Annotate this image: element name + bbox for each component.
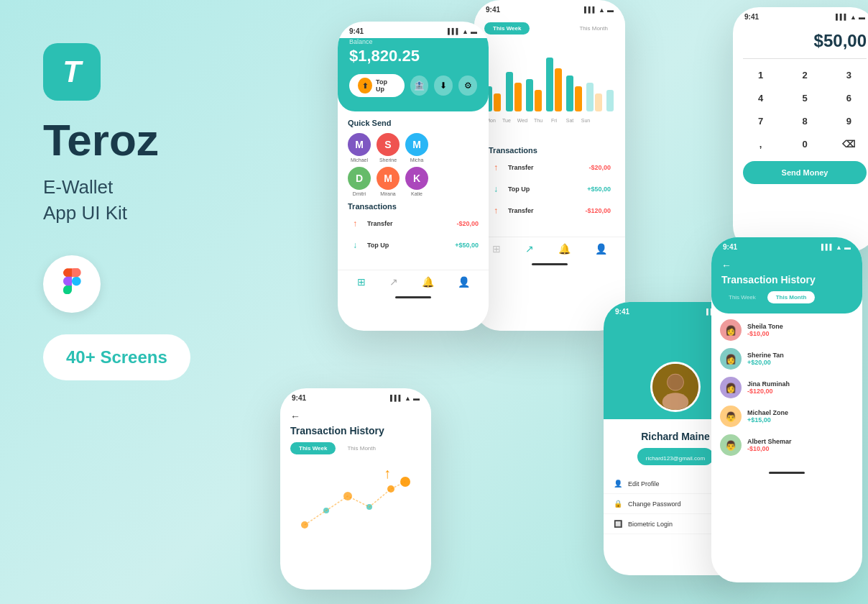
phone6-name-4: Michael Zone bbox=[747, 409, 788, 416]
svg-rect-17 bbox=[586, 83, 594, 111]
key-backspace[interactable]: ⌫ bbox=[828, 134, 868, 154]
key-1[interactable]: 1 bbox=[740, 65, 781, 85]
contact-dmitri[interactable]: D Dmitri bbox=[348, 167, 371, 196]
status-icons-1: ▌▌▌ ▲ ▬ bbox=[448, 28, 477, 35]
avatar-dmitri: D bbox=[348, 167, 371, 190]
left-section: T Teroz E-Wallet App UI Kit 40+ Screens bbox=[43, 43, 273, 380]
contact-name-sherine: Sherine bbox=[379, 157, 397, 163]
phone6-tab-week[interactable]: This Week bbox=[721, 291, 763, 303]
phone-tx-history-small: 9:41 ▌▌▌ ▲ ▬ ← Transaction History This … bbox=[280, 388, 431, 590]
tx-amount-2: +$50,00 bbox=[455, 242, 479, 249]
tab-this-month-3[interactable]: This Month bbox=[572, 22, 615, 35]
phone6-tx-sheila: 👩 Sheila Tone -$10,00 bbox=[720, 319, 854, 341]
tx-name-2: Top Up bbox=[367, 242, 389, 249]
key-comma[interactable]: , bbox=[740, 134, 781, 154]
nav3-home[interactable]: ⊞ bbox=[492, 243, 501, 255]
status-time-5: 9:41 bbox=[744, 13, 759, 21]
phone6-status-area: 9:41 ▌▌▌ ▲ ▬ bbox=[711, 237, 862, 254]
key-6[interactable]: 6 bbox=[828, 88, 868, 108]
top-up-button[interactable]: ⬆ Top Up bbox=[349, 74, 405, 97]
phone6-tab-month[interactable]: This Month bbox=[767, 291, 816, 303]
phone6-tx-left-2: 👩 Sherine Tan +$20,00 bbox=[720, 348, 784, 370]
contact-katie[interactable]: K Katie bbox=[405, 167, 428, 196]
nav-profile-icon[interactable]: 👤 bbox=[458, 276, 470, 288]
menu-bio-left: 🔲 Biometric Login bbox=[614, 520, 673, 528]
key-8[interactable]: 8 bbox=[784, 111, 825, 131]
chart-tabs: This Week This Month bbox=[474, 17, 625, 37]
menu-pwd-label: Change Password bbox=[628, 500, 681, 508]
tab-this-week-3[interactable]: This Week bbox=[484, 22, 530, 35]
back-arrow-2[interactable]: ← bbox=[290, 411, 421, 422]
action-btn-2[interactable]: 🏦 bbox=[410, 76, 429, 96]
action-btn-3[interactable]: ⬇ bbox=[434, 76, 453, 96]
profile-email: richard123@gmail.com bbox=[646, 455, 705, 462]
day-labels: Mon Tue Wed Thu Fri Sat Sun bbox=[481, 118, 618, 123]
phone3-tx-amount-3: -$120,00 bbox=[585, 207, 611, 214]
top-up-label: Top Up bbox=[376, 78, 396, 93]
profile-avatar bbox=[650, 362, 701, 412]
phone6-name-1: Sheila Tone bbox=[747, 323, 783, 330]
svg-rect-18 bbox=[595, 93, 602, 111]
key-2[interactable]: 2 bbox=[784, 65, 825, 85]
contact-sherine[interactable]: S Sherine bbox=[377, 133, 400, 163]
profile-email-badge: richard123@gmail.com bbox=[637, 448, 714, 465]
phone6-list: 👩 Sheila Tone -$10,00 👩 Sherine Tan +$20… bbox=[711, 314, 862, 469]
numpad: 1 2 3 4 5 6 7 8 9 , 0 ⌫ bbox=[733, 65, 868, 161]
nav3-bell[interactable]: 🔔 bbox=[558, 243, 571, 255]
wifi-icon-3: ▲ bbox=[599, 6, 605, 14]
home-indicator-6 bbox=[769, 472, 805, 474]
phone3-tx-name-3: Transfer bbox=[508, 207, 534, 214]
key-0[interactable]: 0 bbox=[784, 134, 825, 154]
signal-icon-5: ▌▌▌ bbox=[836, 14, 848, 20]
svg-text:↑: ↑ bbox=[384, 467, 391, 481]
tagline-line2: App UI Kit bbox=[43, 202, 127, 224]
phone6-tx-left-5: 👨 Albert Shemar -$10,00 bbox=[720, 434, 792, 456]
tx-amount-1: -$20,00 bbox=[456, 220, 479, 227]
menu-bio-label: Biometric Login bbox=[628, 521, 673, 528]
battery-icon-6: ▬ bbox=[844, 244, 851, 251]
phone6-name-3: Jina Ruminah bbox=[747, 380, 790, 388]
battery-icon-2: ▬ bbox=[413, 395, 420, 402]
phone1-header: Balance $1,820.25 ⬆ Top Up 🏦 ⬇ ⚙ bbox=[338, 38, 489, 111]
send-money-button[interactable]: Send Money bbox=[743, 161, 867, 184]
phone-tx-history-right: 9:41 ▌▌▌ ▲ ▬ ← Transaction History This … bbox=[711, 237, 862, 582]
arrow-down-1: ↓ bbox=[348, 238, 362, 252]
action-btn-4[interactable]: ⚙ bbox=[458, 76, 477, 96]
day-fri: Fri bbox=[548, 118, 560, 123]
svg-rect-11 bbox=[526, 79, 533, 111]
contact-michael[interactable]: M Michael bbox=[348, 133, 371, 163]
phone6-tx-info-4: Michael Zone +$15,00 bbox=[747, 409, 788, 424]
battery-icon-3: ▬ bbox=[607, 6, 614, 14]
contact-name-katie: Katie bbox=[411, 191, 423, 196]
contact-name-mirana: Mirana bbox=[380, 191, 395, 196]
key-4[interactable]: 4 bbox=[740, 88, 781, 108]
avatar-micha: M bbox=[405, 133, 428, 156]
avatar-jina: 👩 bbox=[720, 377, 742, 398]
contact-mirana[interactable]: M Mirana bbox=[377, 167, 400, 196]
phone6-tabs: This Week This Month bbox=[721, 291, 852, 303]
figma-badge bbox=[43, 255, 101, 313]
nav3-profile[interactable]: 👤 bbox=[595, 243, 607, 255]
phone6-amount-4: +$15,00 bbox=[747, 416, 788, 424]
nav-home-icon[interactable]: ⊞ bbox=[357, 276, 366, 288]
day-tue: Tue bbox=[500, 118, 513, 123]
phone-charts: 9:41 ▌▌▌ ▲ ▬ This Week This Month bbox=[474, 0, 625, 331]
key-7[interactable]: 7 bbox=[740, 111, 781, 131]
tab-this-week-2[interactable]: This Week bbox=[290, 442, 336, 454]
bottom-nav-1: ⊞ ↗ 🔔 👤 bbox=[338, 270, 489, 293]
svg-rect-12 bbox=[535, 90, 542, 111]
nav-bell-icon[interactable]: 🔔 bbox=[422, 276, 434, 288]
nav3-chart[interactable]: ↗ bbox=[525, 243, 534, 255]
key-9[interactable]: 9 bbox=[828, 111, 868, 131]
phone2-header: ← Transaction History This Week This Mon… bbox=[280, 405, 431, 460]
svg-point-4 bbox=[387, 485, 394, 493]
back-arrow-6[interactable]: ← bbox=[721, 260, 852, 271]
phone6-tx-info-2: Sherine Tan +$20,00 bbox=[747, 352, 784, 366]
nav-chart-icon[interactable]: ↗ bbox=[389, 276, 398, 288]
status-bar-6: 9:41 ▌▌▌ ▲ ▬ bbox=[711, 237, 862, 254]
contact-micha[interactable]: M Micha bbox=[405, 133, 428, 163]
key-3[interactable]: 3 bbox=[828, 65, 868, 85]
arrow-up-1: ↑ bbox=[348, 216, 362, 231]
tab-this-month-2[interactable]: This Month bbox=[340, 442, 383, 454]
key-5[interactable]: 5 bbox=[784, 88, 825, 108]
